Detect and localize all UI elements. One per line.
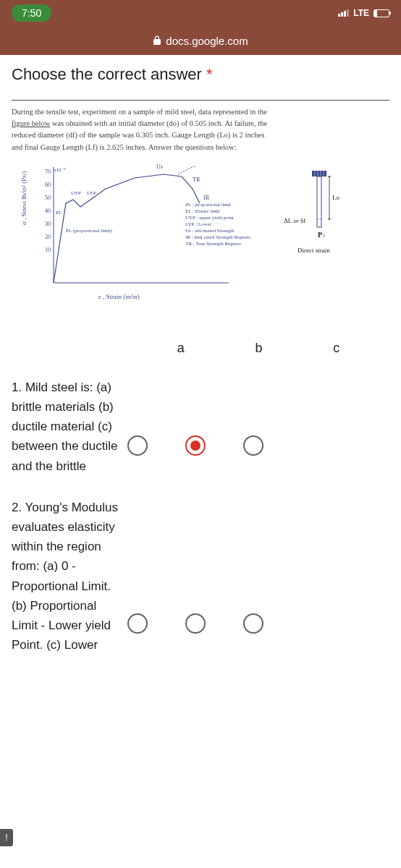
passage-line-4: and final Gauge Length (Lf) is 2.625 inc… (12, 142, 389, 153)
svg-text:Direct strain: Direct strain (297, 247, 330, 254)
required-star: * (206, 65, 213, 83)
signal-icon (338, 9, 349, 17)
side-notification-badge[interactable]: ! (0, 829, 13, 846)
question-2-options (127, 498, 263, 634)
network-label: LTE (353, 8, 369, 18)
passage-block: During the tensile test, experiment on a… (12, 100, 389, 153)
svg-text:ΔL or δf: ΔL or δf (284, 217, 305, 224)
passage-line-1: During the tensile test, experiment on a… (12, 106, 389, 117)
col-c: c (333, 341, 339, 356)
passage-line-2: figure below was obtained with an initia… (12, 118, 389, 129)
question-2-text: 2. Young's Modulus evaluates elasticity … (12, 498, 127, 655)
y-ticks: 70 60 50 40 30 20 10 (39, 169, 51, 260)
q2-option-b[interactable] (185, 613, 206, 634)
label-ir: IR (203, 195, 210, 201)
graph-legend: PL : proportional limit EL : Elastic lim… (185, 202, 250, 248)
label-exp: x10⁻³ (54, 167, 66, 173)
xlabel: ε , Strain (in/in) (98, 293, 140, 300)
q1-option-a[interactable] (127, 435, 148, 456)
page-content: Choose the correct answer * During the t… (0, 55, 401, 356)
ylabel: σ , Stress Ib/in² (Psi) (20, 171, 28, 225)
column-headers: a b c (142, 341, 375, 356)
label-us: Us (156, 163, 163, 170)
q2-option-a[interactable] (127, 613, 148, 634)
q2-option-c[interactable] (243, 613, 263, 634)
specimen-diagram: ΔL or δf Lo P↓ Direct strain (283, 167, 355, 268)
col-b: b (256, 341, 263, 356)
q1-option-b[interactable] (185, 435, 206, 456)
label-pl-left: PL (56, 210, 62, 216)
question-1-options (127, 378, 263, 456)
question-1-text: 1. Mild steel is: (a) brittle materials … (12, 378, 127, 476)
svg-text:P↓: P↓ (318, 231, 326, 239)
url-text: docs.google.com (166, 35, 248, 47)
label-pl-curve: PL (proportional limit) (66, 228, 113, 234)
status-bar: 7:50 LTE (0, 0, 401, 26)
browser-url-bar[interactable]: docs.google.com (0, 26, 401, 55)
stress-strain-graph: Us TR IR UYP LYP PL PL (proportional lim… (26, 160, 359, 319)
status-right: LTE (338, 8, 389, 18)
col-a: a (177, 341, 185, 356)
lock-icon (153, 35, 161, 46)
page-title: Choose the correct answer * (12, 65, 389, 84)
q1-option-c[interactable] (243, 435, 263, 456)
question-2: 2. Young's Modulus evaluates elasticity … (12, 498, 389, 655)
svg-text:Lo: Lo (332, 194, 339, 201)
label-uyp: UYP (71, 190, 81, 196)
battery-icon (373, 9, 389, 17)
svg-rect-2 (312, 171, 326, 176)
questions: 1. Mild steel is: (a) brittle materials … (0, 378, 401, 655)
time-pill: 7:50 (12, 4, 51, 22)
passage-line-3: reduced diameter (df) of the sample was … (12, 129, 389, 140)
label-lyp: LYP (87, 190, 96, 196)
label-tr: TR (193, 176, 200, 183)
question-1: 1. Mild steel is: (a) brittle materials … (12, 378, 389, 476)
